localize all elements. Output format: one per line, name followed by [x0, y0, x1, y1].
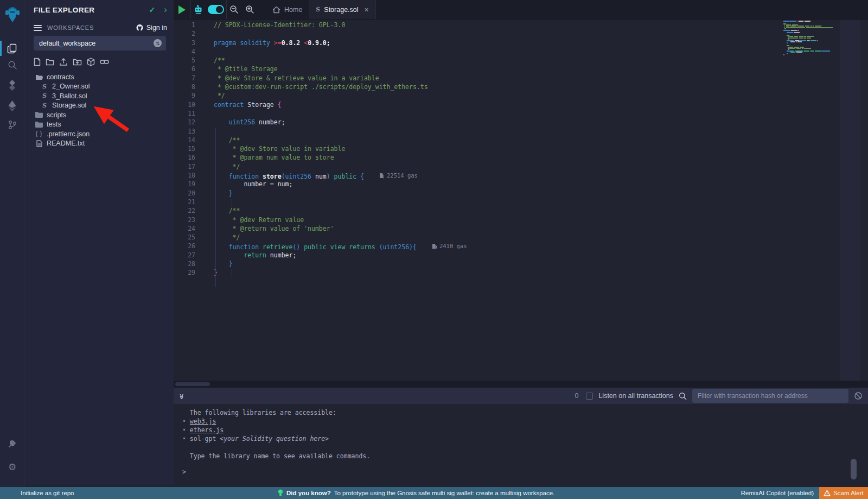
gas-estimate-badge: 22514 gas — [379, 171, 418, 180]
terminal-line: The following libraries are accessible: — [182, 408, 868, 417]
code-line-20: } — [214, 189, 781, 198]
terminal-scrollbar-thumb[interactable] — [851, 459, 857, 479]
ai-copilot-toggle[interactable] — [208, 5, 224, 14]
solidity-icon: S — [40, 102, 49, 109]
minimap[interactable] — [783, 20, 840, 55]
tree-item-storage-sol[interactable]: SStorage.sol — [25, 101, 174, 111]
sidebar-item-file-explorer[interactable] — [0, 39, 24, 58]
tree-item-tests[interactable]: tests — [25, 120, 174, 130]
box-button[interactable] — [87, 57, 95, 67]
code-line-28: } — [214, 260, 781, 268]
sidebar-item-settings[interactable]: ⚙ — [0, 458, 24, 476]
tree-item-label: .prettierrc.json — [47, 130, 90, 138]
file-text-icon — [35, 140, 43, 147]
editor-scrollbar-track[interactable] — [840, 20, 860, 381]
tab-home[interactable]: Home — [266, 0, 309, 19]
code-editor[interactable]: 1234567891011121314151617181920212223242… — [174, 20, 868, 381]
folder-open-icon — [35, 74, 43, 80]
sidebar-item-search[interactable] — [0, 56, 24, 74]
workspace-selected-value: default_workspace — [39, 40, 95, 47]
did-you-know-tip: Did you know? To prototype using the Gno… — [278, 489, 554, 497]
upload-file-button[interactable] — [59, 57, 68, 67]
terminal-link[interactable]: ethers.js — [190, 426, 224, 434]
tree-item-scripts[interactable]: scripts — [25, 110, 174, 120]
indent-guide — [232, 199, 232, 207]
transaction-filter-input[interactable] — [692, 389, 848, 403]
code-line-14: /** — [214, 136, 781, 144]
tree-item-label: 3_Ballot.sol — [52, 92, 87, 100]
terminal-prompt[interactable]: > — [182, 468, 868, 476]
terminal-output[interactable]: The following libraries are accessible:•… — [174, 404, 868, 487]
file-tree: contractsS2_Owner.solS3_Ballot.solSStora… — [25, 72, 174, 148]
workspaces-row: WORKSPACES Sign in — [34, 23, 167, 33]
activity-bar: ⚙ — [0, 0, 24, 499]
horizontal-scrollbar-thumb[interactable] — [175, 382, 210, 386]
indent-guide — [215, 128, 216, 287]
zoom-out-icon[interactable] — [229, 5, 239, 14]
close-tab-icon[interactable]: × — [365, 5, 369, 14]
code-line-12: uint256 number; — [214, 118, 781, 127]
zoom-zone — [227, 0, 257, 19]
run-script-button[interactable] — [178, 5, 186, 14]
code-line-19: number = num; — [214, 180, 781, 188]
code-line-24: * @return value of 'number' — [214, 224, 781, 233]
panel-title: FILE EXPLORER — [34, 6, 149, 14]
solidity-file-icon: S — [315, 6, 321, 13]
terminal-collapse-icon[interactable]: >> — [178, 394, 185, 398]
scam-alert-button[interactable]: Scam Alert — [819, 487, 868, 499]
tab-label: Home — [284, 6, 302, 14]
code-line-25: */ — [214, 233, 781, 242]
file-explorer-header: FILE EXPLORER ✓ › — [25, 0, 174, 20]
sign-in-button[interactable]: Sign in — [136, 24, 167, 31]
accept-check-icon[interactable]: ✓ — [149, 5, 156, 14]
ai-assistant-robot-icon[interactable] — [193, 5, 203, 15]
expand-chevron-icon[interactable]: › — [164, 6, 167, 14]
tree-item-contracts[interactable]: contracts — [25, 72, 174, 82]
upload-folder-button[interactable] — [73, 57, 82, 67]
sidebar-item-solidity-compiler[interactable] — [0, 76, 24, 94]
workspaces-menu-icon[interactable] — [34, 23, 42, 32]
transaction-count-badge: 0 — [575, 392, 578, 400]
sidebar-item-plugin-manager[interactable] — [0, 434, 24, 453]
tree-item-label: Storage.sol — [52, 102, 86, 109]
remix-logo[interactable] — [0, 4, 24, 24]
terminal-search-icon[interactable] — [679, 392, 687, 400]
tree-item--prettierrc-json[interactable]: { }.prettierrc.json — [25, 129, 174, 139]
code-line-11 — [214, 109, 781, 118]
git-init-button[interactable]: Initialize as git repo — [21, 490, 74, 496]
home-icon — [272, 6, 280, 14]
sidebar-item-git[interactable] — [0, 116, 24, 134]
code-line-29: } — [214, 268, 781, 277]
zoom-in-icon[interactable] — [245, 5, 254, 14]
clear-filter-icon[interactable] — [854, 391, 863, 400]
gear-icon: ⚙ — [8, 462, 16, 473]
terminal-header: >> 0 Listen on all transactions — [174, 388, 868, 404]
tree-item-label: contracts — [47, 73, 74, 81]
copilot-status[interactable]: RemixAI Copilot (enabled) — [741, 490, 814, 496]
tree-item-3-ballot-sol[interactable]: S3_Ballot.sol — [25, 91, 174, 101]
code-line-21 — [214, 198, 781, 206]
code-line-13 — [214, 127, 781, 136]
listen-transactions-checkbox[interactable] — [586, 393, 593, 400]
warning-icon — [824, 490, 831, 496]
code-content: // SPDX-License-Identifier: GPL-3.0pragm… — [214, 21, 781, 277]
tab-storage-sol[interactable]: S Storage.sol × — [309, 0, 375, 19]
terminal-line — [182, 443, 868, 452]
horizontal-scrollbar — [174, 381, 868, 388]
terminal-controls: 0 Listen on all transactions — [575, 389, 868, 403]
scam-alert-label: Scam Alert — [833, 490, 864, 496]
new-folder-button[interactable] — [46, 57, 54, 67]
new-file-button[interactable] — [34, 57, 41, 67]
link-button[interactable] — [100, 57, 109, 67]
workspace-select[interactable]: default_workspace ⇅ — [34, 36, 166, 50]
solidity-icon: S — [40, 92, 49, 99]
editor-tab-strip: Home S Storage.sol × — [174, 0, 868, 20]
code-line-9: */ — [214, 91, 781, 100]
terminal-link[interactable]: web3.js — [190, 418, 216, 425]
remix-logo-icon — [4, 5, 21, 23]
sidebar-item-deploy-run[interactable] — [0, 97, 24, 115]
tree-item-readme-txt[interactable]: README.txt — [25, 139, 174, 149]
workspace-stepper-icon: ⇅ — [154, 39, 162, 47]
solidity-compiler-icon — [8, 80, 17, 91]
tree-item-2-owner-sol[interactable]: S2_Owner.sol — [25, 82, 174, 92]
